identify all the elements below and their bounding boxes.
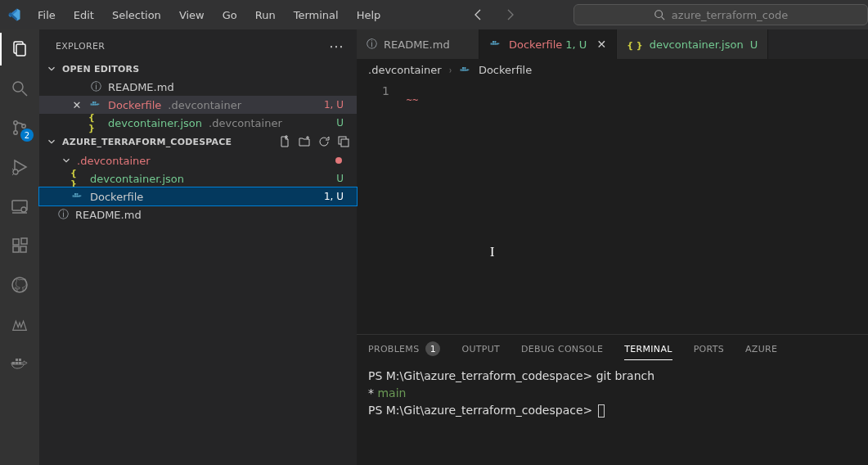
bottom-panel: PROBLEMS 1 OUTPUT DEBUG CONSOLE TERMINAL… [357, 334, 868, 465]
svg-rect-45 [462, 67, 464, 69]
panel-tab-ports[interactable]: PORTS [694, 341, 724, 356]
open-editor-readme[interactable]: README.md [39, 78, 357, 96]
activity-docker-icon[interactable] [8, 352, 31, 375]
svg-point-7 [14, 131, 17, 134]
svg-rect-17 [20, 246, 26, 252]
tab-label: README.md [384, 38, 450, 51]
line-number: 1 [357, 84, 389, 97]
menu-help[interactable]: Help [349, 6, 389, 25]
breadcrumb-folder[interactable]: .devcontainer [368, 64, 442, 76]
nav-arrows [472, 8, 516, 21]
error-squiggle-icon: ~~ [406, 96, 418, 105]
tab-dockerfile[interactable]: Dockerfile 1, U ✕ [479, 29, 617, 59]
tab-readme[interactable]: README.md [357, 29, 479, 59]
svg-rect-23 [16, 359, 18, 361]
svg-rect-40 [492, 41, 494, 43]
tab-devcontainer-json[interactable]: devcontainer.json U [617, 29, 768, 59]
scm-badge: 2 [20, 129, 34, 142]
svg-rect-35 [74, 193, 76, 195]
file-label: README.md [75, 209, 142, 221]
tab-status: 1, U [565, 38, 587, 51]
menu-edit[interactable]: Edit [65, 6, 102, 25]
chevron-down-icon [46, 136, 57, 147]
term-line: PS M:\Git\azure_terraform_codespace> [368, 402, 857, 419]
open-editors-section[interactable]: OPEN EDITORS [39, 60, 357, 78]
activity-debug-icon[interactable] [8, 156, 31, 178]
tab-label: devcontainer.json [650, 38, 744, 51]
activity-extensions-icon[interactable] [8, 234, 31, 257]
search-icon [654, 9, 665, 20]
json-file-icon [70, 168, 85, 189]
project-actions [278, 135, 350, 148]
command-center-search[interactable]: azure_terraform_code [573, 4, 868, 25]
menu-view[interactable]: View [171, 6, 213, 25]
new-folder-icon[interactable] [298, 135, 311, 148]
tab-status: U [750, 38, 758, 51]
open-editor-devcontainer-json[interactable]: devcontainer.json .devcontainer U [39, 114, 357, 132]
new-file-icon[interactable] [278, 135, 291, 148]
search-text: azure_terraform_code [672, 9, 788, 21]
editor-body[interactable]: 1 ~~ I [357, 81, 868, 334]
activity-scm-icon[interactable]: 2 [8, 116, 31, 139]
file-readme[interactable]: README.md [39, 205, 357, 223]
svg-rect-24 [19, 359, 21, 361]
menu-terminal[interactable]: Terminal [286, 6, 347, 25]
svg-rect-46 [464, 67, 465, 69]
activity-gitlens-icon[interactable] [8, 313, 31, 336]
file-devcontainer-json[interactable]: devcontainer.json U [39, 169, 357, 187]
panel-tab-debug[interactable]: DEBUG CONSOLE [521, 341, 603, 356]
panel-tab-terminal[interactable]: TERMINAL [624, 341, 672, 360]
svg-line-5 [22, 91, 27, 96]
open-editor-dockerfile[interactable]: ✕ Dockerfile .devcontainer 1, U [39, 96, 357, 114]
docker-file-icon [489, 38, 502, 50]
titlebar-center [472, 8, 516, 21]
refresh-icon[interactable] [317, 135, 331, 148]
activity-search-icon[interactable] [8, 77, 31, 100]
svg-point-6 [14, 121, 17, 124]
collapse-icon[interactable] [337, 135, 350, 148]
panel-tab-azure[interactable]: AZURE [745, 341, 777, 356]
menu-bar: File Edit Selection View Go Run Terminal… [29, 6, 389, 25]
term-line: PS M:\Git\azure_terraform_codespace> git… [368, 368, 857, 385]
folder-devcontainer[interactable]: .devcontainer [39, 151, 357, 169]
breadcrumb-file[interactable]: Dockerfile [479, 64, 532, 76]
project-section[interactable]: AZURE_TERRAFORM_CODESPACE [39, 132, 357, 151]
panel-tabs: PROBLEMS 1 OUTPUT DEBUG CONSOLE TERMINAL… [357, 335, 868, 363]
file-label: README.md [108, 81, 174, 93]
svg-rect-3 [16, 44, 25, 56]
activity-explorer-icon[interactable] [8, 38, 31, 61]
terminal-cursor-icon [598, 404, 605, 418]
svg-point-0 [655, 11, 663, 18]
menu-go[interactable]: Go [214, 6, 245, 25]
info-file-icon [367, 37, 377, 52]
panel-tab-problems[interactable]: PROBLEMS 1 [368, 341, 440, 356]
more-actions-icon[interactable]: ⋯ [329, 38, 344, 55]
docker-file-icon [88, 99, 103, 111]
breadcrumb[interactable]: .devcontainer › Dockerfile [357, 59, 868, 81]
file-dockerfile[interactable]: Dockerfile 1, U [39, 187, 357, 205]
svg-point-4 [13, 82, 23, 92]
svg-rect-18 [21, 238, 27, 244]
activity-remote-icon[interactable] [8, 195, 31, 218]
file-label: devcontainer.json [108, 117, 202, 129]
close-icon[interactable]: ✕ [596, 38, 606, 51]
nav-back-icon[interactable] [472, 8, 485, 21]
close-icon[interactable]: ✕ [70, 99, 83, 111]
line-gutter: 1 [357, 81, 406, 334]
chevron-right-icon: › [449, 64, 452, 76]
open-editors-label: OPEN EDITORS [62, 64, 139, 74]
vscode-logo-icon [7, 7, 21, 22]
sidebar-explorer: EXPLORER ⋯ OPEN EDITORS README.md ✕ Dock… [39, 29, 357, 465]
file-label: Dockerfile [90, 191, 143, 203]
nav-forward-icon[interactable] [503, 8, 516, 21]
menu-run[interactable]: Run [247, 6, 284, 25]
code-area[interactable]: ~~ [406, 81, 868, 334]
sidebar-title: EXPLORER [56, 41, 105, 52]
menu-selection[interactable]: Selection [104, 6, 169, 25]
editor-tabs: README.md Dockerfile 1, U ✕ devcontainer… [357, 29, 868, 59]
terminal-body[interactable]: PS M:\Git\azure_terraform_codespace> git… [357, 363, 868, 465]
project-name: AZURE_TERRAFORM_CODESPACE [62, 137, 232, 147]
menu-file[interactable]: File [29, 6, 64, 25]
panel-tab-output[interactable]: OUTPUT [461, 341, 500, 356]
activity-github-icon[interactable] [8, 273, 31, 296]
